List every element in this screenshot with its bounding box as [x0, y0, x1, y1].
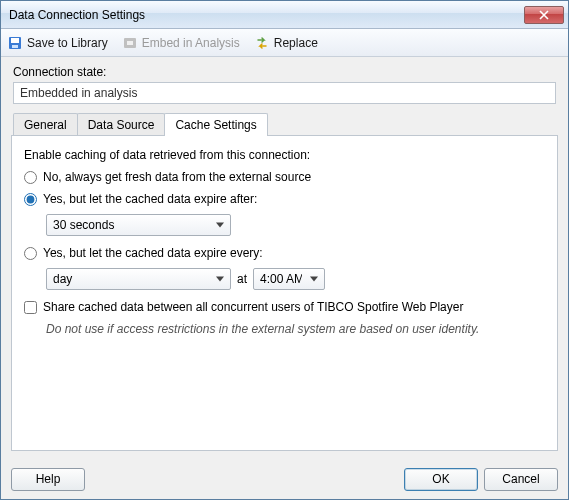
- cancel-button[interactable]: Cancel: [484, 468, 558, 491]
- embed-in-analysis-button: Embed in Analysis: [122, 35, 240, 51]
- tab-data-source[interactable]: Data Source: [77, 113, 166, 136]
- window-title: Data Connection Settings: [9, 8, 524, 22]
- embed-label: Embed in Analysis: [142, 36, 240, 50]
- svg-rect-4: [127, 41, 133, 45]
- save-label: Save to Library: [27, 36, 108, 50]
- radio-no-cache[interactable]: No, always get fresh data from the exter…: [24, 170, 545, 184]
- share-cache-label: Share cached data between all concurrent…: [43, 300, 463, 314]
- radio-expire-after-label: Yes, but let the cached data expire afte…: [43, 192, 257, 206]
- help-button[interactable]: Help: [11, 468, 85, 491]
- expire-time-select[interactable]: 4:00 AM: [253, 268, 325, 290]
- svg-rect-1: [11, 38, 19, 43]
- connection-state-value: Embedded in analysis: [13, 82, 556, 104]
- save-icon: [7, 35, 23, 51]
- share-cache-checkbox[interactable]: [24, 301, 37, 314]
- toolbar: Save to Library Embed in Analysis Replac…: [1, 29, 568, 57]
- replace-label: Replace: [274, 36, 318, 50]
- replace-button[interactable]: Replace: [254, 35, 318, 51]
- svg-rect-2: [12, 45, 18, 48]
- tab-strip: General Data Source Cache Settings: [11, 112, 558, 135]
- replace-icon: [254, 35, 270, 51]
- radio-expire-every[interactable]: Yes, but let the cached data expire ever…: [24, 246, 545, 260]
- expire-after-select[interactable]: 30 seconds: [46, 214, 231, 236]
- save-to-library-button[interactable]: Save to Library: [7, 35, 108, 51]
- content-area: Connection state: Embedded in analysis G…: [1, 57, 568, 459]
- radio-expire-after-input[interactable]: [24, 193, 37, 206]
- connection-state-label: Connection state:: [13, 65, 556, 79]
- ok-button[interactable]: OK: [404, 468, 478, 491]
- radio-expire-after[interactable]: Yes, but let the cached data expire afte…: [24, 192, 545, 206]
- close-icon: [539, 10, 549, 20]
- at-label: at: [237, 272, 247, 286]
- dialog-footer: Help OK Cancel: [1, 459, 568, 499]
- titlebar: Data Connection Settings: [1, 1, 568, 29]
- radio-no-cache-input[interactable]: [24, 171, 37, 184]
- cache-heading: Enable caching of data retrieved from th…: [24, 148, 545, 162]
- share-cache-note: Do not use if access restrictions in the…: [46, 322, 545, 336]
- radio-no-cache-label: No, always get fresh data from the exter…: [43, 170, 311, 184]
- share-cache-checkbox-row[interactable]: Share cached data between all concurrent…: [24, 300, 545, 314]
- close-button[interactable]: [524, 6, 564, 24]
- embed-icon: [122, 35, 138, 51]
- expire-every-select[interactable]: day: [46, 268, 231, 290]
- dialog-window: Data Connection Settings Save to Library: [0, 0, 569, 500]
- cache-settings-panel: Enable caching of data retrieved from th…: [11, 135, 558, 451]
- tab-general[interactable]: General: [13, 113, 78, 136]
- radio-expire-every-input[interactable]: [24, 247, 37, 260]
- tab-cache-settings[interactable]: Cache Settings: [164, 113, 267, 136]
- radio-expire-every-label: Yes, but let the cached data expire ever…: [43, 246, 263, 260]
